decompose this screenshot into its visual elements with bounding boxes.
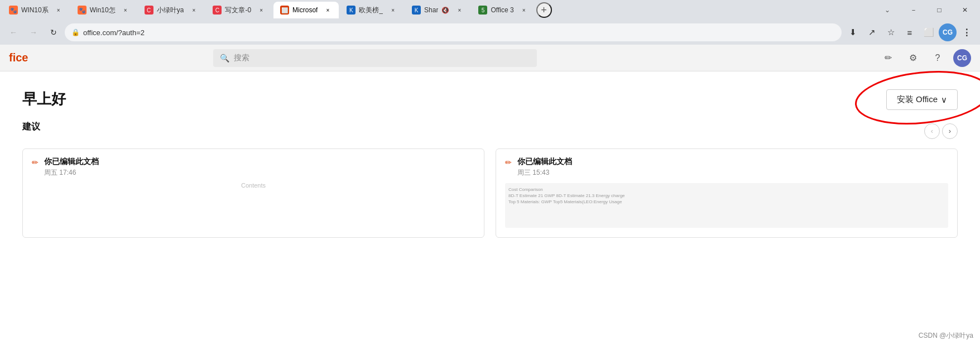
address-bar: ← → ↻ 🔒 office.com/?auth=2 ⬇ ↗ ☆ ≡ ⬜ CG … <box>0 20 980 45</box>
tab-label-tab7: Shar <box>424 6 438 14</box>
office-nav-right: ✏ ⚙ ? CG <box>880 49 971 67</box>
address-input-wrap: 🔒 office.com/?auth=2 <box>65 23 842 41</box>
doc-info-1: 你已编辑此文档周三 15:43 <box>517 157 948 178</box>
forward-button[interactable]: → <box>25 23 42 41</box>
office-main: 早上好 安装 Office ∨ 建议 ‹ › <box>0 71 980 345</box>
maximize-button[interactable]: □ <box>926 0 952 20</box>
tab-favicon-tab7: K <box>412 6 421 15</box>
tab-favicon-tab3: C <box>145 6 153 15</box>
preview-line: 8D-T Estimate 21 GWP 8D-T Estimate 21.3 … <box>508 193 945 199</box>
address-field[interactable]: 🔒 office.com/?auth=2 <box>65 23 842 41</box>
tab-label-tab1: WIN10系 <box>21 6 49 15</box>
preview-line: Top 5 Materials: GWP Top5 Materials(LEO:… <box>508 199 945 205</box>
doc-card-header-0: ✏你已编辑此文档周五 17:46 <box>32 157 475 178</box>
tab-mute-icon-tab7[interactable]: 🔇 <box>441 7 449 14</box>
download-icon[interactable]: ⬇ <box>844 23 862 41</box>
greeting-row: 早上好 安装 Office ∨ <box>22 89 958 110</box>
tab-label-tab2: Win10怎 <box>90 6 116 15</box>
tab-label-tab5: Microsof <box>292 6 318 14</box>
doc-title-1: 你已编辑此文档 <box>517 157 948 167</box>
tab-favicon-tab6: K <box>347 6 356 15</box>
split-view-icon[interactable]: ⬜ <box>920 23 938 41</box>
search-wrap: 🔍 搜索 <box>213 49 537 67</box>
browser-tab-tab4[interactable]: C写文章-0× <box>206 2 272 18</box>
doc-info-0: 你已编辑此文档周五 17:46 <box>44 157 475 178</box>
address-text: office.com/?auth=2 <box>83 28 145 37</box>
doc-meta-0: 周五 17:46 <box>44 168 475 178</box>
install-office-chevron: ∨ <box>941 95 947 105</box>
feedback-icon[interactable]: ✏ <box>880 49 897 67</box>
tab-bar: 🐾WIN10系×🐾Win10怎×C小绿叶ya×C写文章-0×⬜Microsof×… <box>0 0 980 20</box>
tab-close-tab4[interactable]: × <box>257 6 266 15</box>
doc-cards: ✏你已编辑此文档周五 17:46Contents✏你已编辑此文档周三 15:43… <box>22 148 958 238</box>
help-icon[interactable]: ? <box>929 49 947 67</box>
toolbar-right: ⬇ ↗ ☆ ≡ ⬜ CG ⋮ <box>844 23 976 41</box>
tab-favicon-tab8: 5 <box>478 6 487 15</box>
install-office-button[interactable]: 安装 Office ∨ <box>886 89 958 110</box>
bookmark-icon[interactable]: ☆ <box>882 23 900 41</box>
doc-card-header-1: ✏你已编辑此文档周三 15:43 <box>505 157 948 178</box>
doc-card-0[interactable]: ✏你已编辑此文档周五 17:46Contents <box>22 148 484 238</box>
doc-meta-1: 周三 15:43 <box>517 168 948 178</box>
office-page: fice 🔍 搜索 ✏ ⚙ ? CG 早上好 <box>0 45 980 345</box>
browser-tab-tab1[interactable]: 🐾WIN10系× <box>2 2 70 18</box>
office-logo[interactable]: fice <box>9 51 28 64</box>
reload-button[interactable]: ↻ <box>45 23 63 41</box>
tab-label-tab6: 欧美榜_ <box>359 6 383 15</box>
browser-tab-tab8[interactable]: 5Office 3× <box>472 2 535 18</box>
browser-tab-tab3[interactable]: C小绿叶ya× <box>138 2 205 18</box>
office-nav: fice 🔍 搜索 ✏ ⚙ ? CG <box>0 45 980 71</box>
doc-edit-icon-0: ✏ <box>32 158 39 167</box>
tab-label-tab3: 小绿叶ya <box>157 6 184 15</box>
doc-title-0: 你已编辑此文档 <box>44 157 475 167</box>
install-office-area: 安装 Office ∨ <box>886 89 958 110</box>
tab-close-tab1[interactable]: × <box>54 6 63 15</box>
window-controls: － □ ✕ <box>901 0 978 20</box>
browser-tab-tab5[interactable]: ⬜Microsof× <box>273 2 339 18</box>
minimize-button[interactable]: － <box>901 0 926 20</box>
doc-card-1[interactable]: ✏你已编辑此文档周三 15:43Cost Comparison8D-T Esti… <box>496 148 958 238</box>
share-icon[interactable]: ↗ <box>863 23 881 41</box>
browser-tab-tab2[interactable]: 🐾Win10怎× <box>71 2 137 18</box>
profile-button[interactable]: CG <box>939 23 957 41</box>
doc-footer-0: Contents <box>32 182 475 189</box>
more-options-button[interactable]: ⋮ <box>958 23 976 41</box>
watermark: CSDN @小绿叶ya <box>919 331 973 341</box>
lock-icon: 🔒 <box>71 28 80 36</box>
reading-list-icon[interactable]: ≡ <box>901 23 919 41</box>
tab-favicon-tab2: 🐾 <box>78 6 87 15</box>
tab-list-btn[interactable]: ⌄ <box>880 2 895 18</box>
doc-edit-icon-1: ✏ <box>505 158 512 167</box>
tab-label-tab4: 写文章-0 <box>225 6 251 15</box>
tab-favicon-tab1: 🐾 <box>9 6 18 15</box>
tab-close-tab7[interactable]: × <box>455 6 464 15</box>
back-button[interactable]: ← <box>4 23 22 41</box>
tab-label-tab8: Office 3 <box>491 6 513 14</box>
tab-close-tab3[interactable]: × <box>189 6 198 15</box>
suggestions-label: 建议 <box>22 121 40 133</box>
browser-window: 🐾WIN10系×🐾Win10怎×C小绿叶ya×C写文章-0×⬜Microsof×… <box>0 0 980 345</box>
greeting-text: 早上好 <box>22 89 66 109</box>
install-office-label: 安装 Office <box>897 94 938 105</box>
doc-preview-1: Cost Comparison8D-T Estimate 21 GWP 8D-T… <box>505 183 948 228</box>
new-tab-button[interactable]: + <box>536 2 552 18</box>
browser-tab-tab6[interactable]: K欧美榜_× <box>340 2 404 18</box>
search-bar[interactable]: 🔍 搜索 <box>213 49 537 67</box>
browser-tab-tab7[interactable]: KShar🔇× <box>405 2 470 18</box>
avatar[interactable]: CG <box>953 49 971 67</box>
nav-arrows: ‹ › <box>924 123 958 139</box>
search-placeholder: 搜索 <box>234 53 249 63</box>
tab-close-tab2[interactable]: × <box>121 6 130 15</box>
search-icon: 🔍 <box>220 54 229 63</box>
tab-close-tab6[interactable]: × <box>388 6 397 15</box>
close-button[interactable]: ✕ <box>952 0 978 20</box>
tab-close-tab8[interactable]: × <box>520 6 529 15</box>
suggestions-row: 建议 ‹ › <box>22 121 958 141</box>
prev-arrow[interactable]: ‹ <box>924 123 940 139</box>
preview-line: Cost Comparison <box>508 186 945 193</box>
tab-close-tab5[interactable]: × <box>323 6 332 15</box>
next-arrow[interactable]: › <box>942 123 958 139</box>
tab-controls: ⌄ <box>880 2 900 18</box>
tab-favicon-tab4: C <box>213 6 222 15</box>
settings-icon[interactable]: ⚙ <box>904 49 922 67</box>
